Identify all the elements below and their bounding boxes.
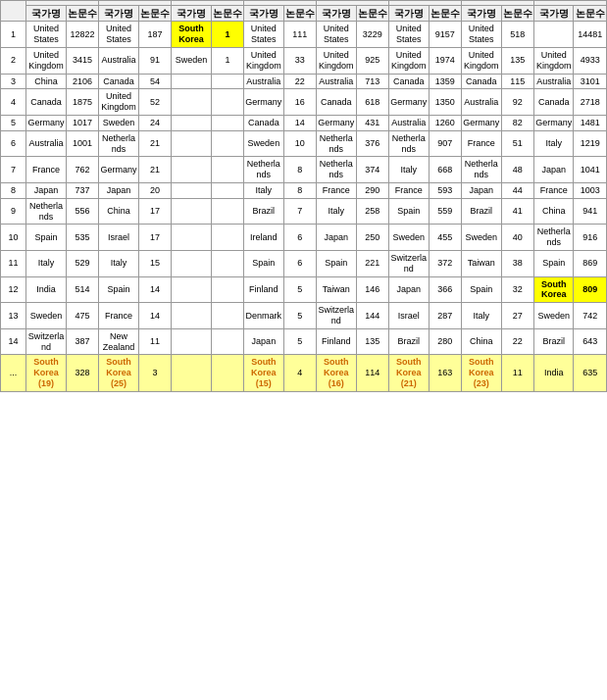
- num-cell-10-5: 372: [429, 250, 461, 276]
- country-cell-9-7: Netherlands: [533, 225, 574, 251]
- country-cell-10-2: [172, 250, 212, 276]
- country-cell-7-6: Japan: [461, 182, 501, 198]
- num-cell-13-6: 22: [501, 328, 533, 355]
- table-row-10: 11Italy529Italy15Spain6Spain221Switzerla…: [1, 250, 607, 276]
- country-cell-8-5: Spain: [389, 198, 430, 225]
- num-cell-0-1: 187: [138, 22, 171, 48]
- num-cell-4-5: 1260: [429, 115, 461, 130]
- country-cell-8-2: [172, 198, 212, 225]
- num-cell-9-4: 250: [356, 225, 388, 251]
- country-cell-13-0: Switzerland: [26, 328, 67, 355]
- country-cell-13-6: China: [461, 328, 501, 355]
- country-cell-4-7: Germany: [533, 115, 574, 130]
- num-cell-2-2: [211, 74, 243, 89]
- country-cell-8-6: Brazil: [461, 198, 501, 225]
- country-cell-9-1: Israel: [99, 225, 139, 251]
- country-cell-1-3: United Kingdom: [244, 47, 284, 74]
- table-row-1: 2United Kingdom3415Australia91Sweden1Uni…: [1, 47, 607, 74]
- num-cell-8-3: 7: [283, 198, 316, 225]
- rank-cell-1: 2: [1, 47, 26, 74]
- country-cell-6-7: Japan: [533, 157, 574, 183]
- country-cell-3-7: Canada: [533, 89, 574, 116]
- country-cell-2-5: Canada: [389, 74, 430, 89]
- rank-cell-5: 6: [1, 130, 26, 157]
- num-cell-1-2: 1: [211, 47, 243, 74]
- num-cell-12-7: 742: [574, 303, 607, 329]
- table-row-7: 8Japan737Japan20Italy8France290France593…: [1, 182, 607, 198]
- num-cell-0-2: 1: [211, 22, 243, 48]
- num-cell-14-2: [211, 355, 243, 391]
- country-cell-5-0: Australia: [26, 130, 67, 157]
- country-cell-9-3: Ireland: [244, 225, 284, 251]
- num-cell-14-6: 11: [501, 355, 533, 391]
- country-cell-5-1: Netherlands: [99, 130, 139, 157]
- num-cell-9-5: 455: [429, 225, 461, 251]
- num-cell-11-2: [211, 276, 243, 303]
- country-cell-9-5: Sweden: [389, 225, 430, 251]
- country-cell-14-2: [172, 355, 212, 391]
- country-cell-6-2: [172, 157, 212, 183]
- country-cell-5-3: Sweden: [244, 130, 284, 157]
- country-cell-14-6: South Korea (23): [461, 355, 501, 391]
- num-cell-4-6: 82: [501, 115, 533, 130]
- country-cell-1-2: Sweden: [172, 47, 212, 74]
- country-cell-7-2: [172, 182, 212, 198]
- country-cell-8-1: China: [99, 198, 139, 225]
- country-cell-6-1: Germany: [99, 157, 139, 183]
- country-cell-1-5: United Kingdom: [389, 47, 430, 74]
- num-cell-6-4: 374: [356, 157, 388, 183]
- num-cell-4-0: 1017: [66, 115, 98, 130]
- num-cell-14-4: 114: [356, 355, 388, 391]
- country-cell-3-4: Canada: [317, 89, 357, 116]
- country-cell-7-4: France: [317, 182, 357, 198]
- num-cell-13-5: 280: [429, 328, 461, 355]
- num-cell-4-4: 431: [356, 115, 388, 130]
- num-cell-11-7: 809: [574, 276, 607, 303]
- num-cell-9-3: 6: [283, 225, 316, 251]
- country-cell-14-0: South Korea (19): [26, 355, 67, 391]
- country-cell-14-4: South Korea (16): [317, 355, 357, 391]
- num-cell-3-0: 1875: [66, 89, 98, 116]
- sub-header-country-1: 국가명: [99, 6, 139, 22]
- num-cell-7-2: [211, 182, 243, 198]
- num-cell-12-3: 5: [283, 303, 316, 329]
- num-cell-4-1: 24: [138, 115, 171, 130]
- country-cell-1-7: United Kingdom: [533, 47, 574, 74]
- num-cell-10-4: 221: [356, 250, 388, 276]
- table-row-0: 1United States12822United States187South…: [1, 22, 607, 48]
- num-cell-4-2: [211, 115, 243, 130]
- country-cell-2-3: Australia: [244, 74, 284, 89]
- country-cell-8-7: China: [533, 198, 574, 225]
- country-cell-11-4: Taiwan: [317, 276, 357, 303]
- num-cell-11-4: 146: [356, 276, 388, 303]
- country-cell-9-6: Sweden: [461, 225, 501, 251]
- num-cell-10-0: 529: [66, 250, 98, 276]
- num-cell-10-1: 15: [138, 250, 171, 276]
- num-cell-9-7: 916: [574, 225, 607, 251]
- num-cell-9-2: [211, 225, 243, 251]
- rank-cell-3: 4: [1, 89, 26, 116]
- country-cell-13-2: [172, 328, 212, 355]
- country-cell-6-3: Netherlands: [244, 157, 284, 183]
- country-cell-7-7: France: [533, 182, 574, 198]
- rank-cell-0: 1: [1, 22, 26, 48]
- country-cell-8-4: Italy: [317, 198, 357, 225]
- num-cell-3-2: [211, 89, 243, 116]
- num-cell-1-0: 3415: [66, 47, 98, 74]
- num-cell-5-2: [211, 130, 243, 157]
- num-cell-3-4: 618: [356, 89, 388, 116]
- country-cell-13-5: Brazil: [389, 328, 430, 355]
- country-cell-10-4: Spain: [317, 250, 357, 276]
- country-cell-2-0: China: [26, 74, 67, 89]
- country-cell-0-5: United States: [389, 22, 430, 48]
- rank-cell-10: 11: [1, 250, 26, 276]
- num-cell-6-6: 48: [501, 157, 533, 183]
- num-cell-11-3: 5: [283, 276, 316, 303]
- country-cell-1-0: United Kingdom: [26, 47, 67, 74]
- num-cell-12-5: 287: [429, 303, 461, 329]
- country-cell-13-3: Japan: [244, 328, 284, 355]
- num-cell-3-1: 52: [138, 89, 171, 116]
- country-cell-3-2: [172, 89, 212, 116]
- num-cell-6-1: 21: [138, 157, 171, 183]
- num-cell-3-6: 92: [501, 89, 533, 116]
